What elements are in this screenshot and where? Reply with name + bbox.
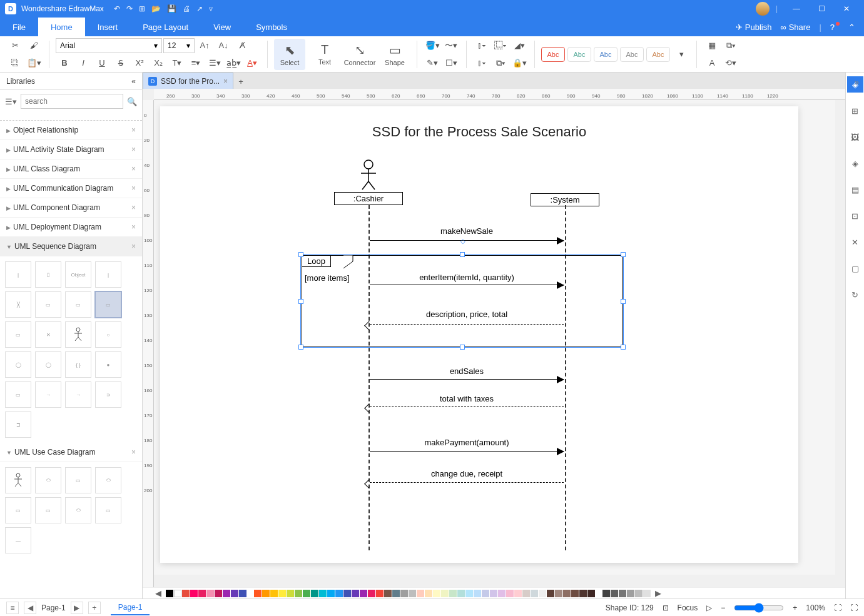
color-swatch[interactable]: [223, 590, 230, 597]
category-uml-activity[interactable]: ▶UML Activity State Diagram×: [0, 140, 142, 159]
color-swatch[interactable]: [531, 590, 538, 597]
color-swatch[interactable]: [433, 590, 440, 597]
category-uml-communication[interactable]: ▶UML Communication Diagram×: [0, 179, 142, 198]
font-style-icon[interactable]: A: [703, 55, 721, 71]
style-preset-4[interactable]: Abc: [620, 47, 644, 62]
color-swatch[interactable]: [611, 590, 618, 597]
close-button[interactable]: ✕: [834, 4, 859, 13]
tab-file[interactable]: File: [0, 18, 38, 36]
italic-icon[interactable]: I: [74, 55, 92, 71]
add-page-icon[interactable]: +: [88, 602, 101, 614]
format-painter-icon[interactable]: 🖌: [25, 38, 43, 54]
color-swatch[interactable]: [262, 590, 270, 597]
replace-icon[interactable]: ⟲▾: [722, 55, 739, 71]
color-swatch[interactable]: [619, 590, 626, 597]
new-icon[interactable]: ⊞: [139, 4, 145, 13]
strike-icon[interactable]: S̶: [112, 55, 130, 71]
shape-frame[interactable]: ▭: [35, 291, 61, 318]
publish-button[interactable]: ✈ Publish: [736, 23, 772, 32]
shuffle-panel-icon[interactable]: ✕: [847, 234, 863, 250]
collapse-ribbon-icon[interactable]: ⌃: [848, 23, 855, 32]
tab-home[interactable]: Home: [38, 18, 85, 36]
qat-more-icon[interactable]: ▿: [209, 4, 213, 13]
style-preset-1[interactable]: Abc: [541, 47, 565, 62]
style-more-icon[interactable]: ▾: [673, 46, 690, 63]
color-swatch[interactable]: [563, 590, 571, 597]
msg-change[interactable]: change due, receipt: [370, 469, 564, 478]
color-swatch[interactable]: [643, 590, 651, 597]
redo-icon[interactable]: ↷: [126, 4, 133, 13]
decrease-font-icon[interactable]: A↓: [215, 38, 232, 54]
style-preset-2[interactable]: Abc: [567, 47, 591, 62]
shape-arrow1[interactable]: →: [35, 381, 61, 408]
minimize-button[interactable]: ―: [784, 4, 809, 13]
color-swatch[interactable]: [627, 590, 634, 597]
arrow-total[interactable]: [370, 406, 564, 407]
maximize-button[interactable]: ☐: [809, 4, 834, 13]
color-swatch[interactable]: [417, 590, 424, 597]
strike2-icon[interactable]: a̲b̲▾: [225, 55, 242, 71]
msg-makepayment[interactable]: makePayment(amount): [370, 438, 564, 447]
color-swatch[interactable]: [352, 590, 359, 597]
connection-point-icon[interactable]: ◇: [460, 238, 465, 245]
color-swatch[interactable]: [409, 590, 416, 597]
open-icon[interactable]: 📂: [151, 4, 161, 13]
distribute-icon[interactable]: ⫿▾: [473, 55, 490, 71]
page-list-icon[interactable]: ≡: [6, 602, 19, 614]
color-swatch[interactable]: [174, 590, 181, 597]
msg-makenewsale[interactable]: makeNewSale: [370, 226, 564, 236]
lock-icon[interactable]: 🔒▾: [511, 55, 528, 71]
color-swatch[interactable]: [602, 590, 610, 597]
shape-dot[interactable]: ●: [95, 351, 121, 378]
font-size-combo[interactable]: 12▾: [163, 38, 195, 53]
bold-icon[interactable]: B: [56, 55, 73, 71]
style-preset-3[interactable]: Abc: [594, 47, 618, 62]
color-swatch[interactable]: [498, 590, 506, 597]
msg-endsales[interactable]: endSales: [370, 366, 564, 376]
color-swatch[interactable]: [287, 590, 294, 597]
tab-insert[interactable]: Insert: [85, 18, 131, 36]
shape-uc-actor[interactable]: [5, 467, 31, 493]
shape-rect[interactable]: ▭: [5, 321, 31, 348]
category-uml-component[interactable]: ▶UML Component Diagram×: [0, 198, 142, 218]
expand-right-panel-icon[interactable]: »: [855, 78, 859, 87]
tab-view[interactable]: View: [201, 18, 243, 36]
color-swatch[interactable]: [635, 590, 643, 597]
shape-uc-line[interactable]: —: [5, 527, 31, 553]
color-swatch[interactable]: [449, 590, 457, 597]
select-tool[interactable]: ⬉Select: [274, 39, 305, 70]
page[interactable]: SSD for the Process Sale Scenario :Cashi…: [160, 106, 798, 563]
document-tab[interactable]: D SSD for the Pro... ×: [143, 73, 233, 89]
case-icon[interactable]: T▾: [168, 55, 186, 71]
fill-icon[interactable]: 🪣▾: [424, 38, 441, 54]
color-swatch[interactable]: [539, 590, 546, 597]
color-swatch[interactable]: [506, 590, 514, 597]
color-swatch[interactable]: [360, 590, 367, 597]
shape-uc-rect[interactable]: ▭: [5, 497, 31, 523]
tab-page-layout[interactable]: Page Layout: [130, 18, 201, 36]
shape-tool[interactable]: ▭Shape: [379, 39, 410, 70]
color-prev-icon[interactable]: ◀: [155, 588, 161, 598]
color-swatch[interactable]: [392, 590, 400, 597]
color-swatch[interactable]: [474, 590, 481, 597]
color-swatch[interactable]: [368, 590, 375, 597]
color-swatch[interactable]: [384, 590, 392, 597]
undo-icon[interactable]: ↶: [114, 4, 120, 13]
shape-note[interactable]: ▭: [5, 381, 31, 408]
shape-uc-note[interactable]: ▭: [95, 497, 121, 523]
help-button[interactable]: ?: [830, 23, 840, 32]
system-actor[interactable]: :System: [531, 192, 599, 206]
superscript-icon[interactable]: X²: [131, 55, 148, 71]
increase-font-icon[interactable]: A↑: [196, 38, 213, 54]
zoom-slider[interactable]: [734, 603, 784, 613]
align-icon[interactable]: ≡▾: [187, 55, 205, 71]
color-swatch[interactable]: [457, 590, 465, 597]
zoom-level[interactable]: 100%: [806, 603, 825, 612]
cashier-actor[interactable]: :Cashier: [334, 159, 403, 205]
library-filter-icon[interactable]: ☰▾: [5, 97, 17, 106]
color-swatch[interactable]: [514, 590, 522, 597]
shape-activation[interactable]: ▯: [35, 261, 61, 288]
color-swatch[interactable]: [482, 590, 489, 597]
color-swatch[interactable]: [278, 590, 286, 597]
shape-uc-oval3[interactable]: ⬭: [65, 497, 91, 523]
